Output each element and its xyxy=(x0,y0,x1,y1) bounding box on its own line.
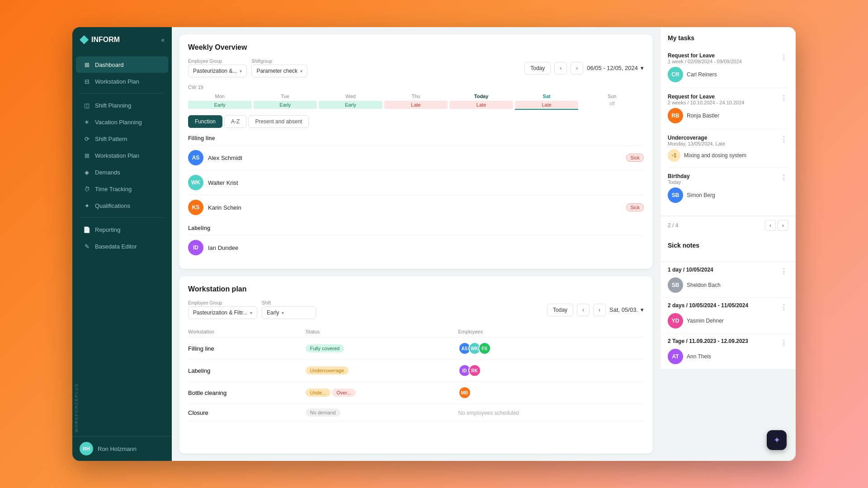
nav-divider-2 xyxy=(80,217,165,218)
day-badge: Late xyxy=(449,101,513,109)
sidebar-item-label: Demands xyxy=(95,169,120,176)
sidebar-item-label: Reporting xyxy=(95,226,120,233)
sidebar-nav: ⊞ Dashboard ⊟ Workstation Plan ◫ Shift P… xyxy=(72,52,172,380)
sick-note-duration: 1 day / 10/05/2024 xyxy=(668,267,713,273)
app-container: INFORM « ⊞ Dashboard ⊟ Workstation Plan … xyxy=(72,27,796,461)
next-page-button[interactable]: › xyxy=(778,220,788,231)
workstation-name: Labeling xyxy=(188,360,306,382)
sidebar-item-workstation-plan-top[interactable]: ⊟ Workstation Plan xyxy=(76,73,168,89)
wp-date-range: Sat, 05/03. ▾ xyxy=(609,306,644,313)
task-title: Request for Leave xyxy=(668,94,744,100)
day-badge: Early xyxy=(188,101,252,109)
logo-label: INFORM xyxy=(91,36,120,44)
tab-az[interactable]: A-Z xyxy=(224,115,246,128)
sidebar-item-time-tracking[interactable]: ⏱ Time Tracking xyxy=(76,181,168,197)
employee-name: Karin Schein xyxy=(208,204,622,211)
sidebar-logo: INFORM « xyxy=(72,27,172,52)
employee-group-select[interactable]: Pasteurization &... ▾ xyxy=(188,65,247,77)
right-panel-wrapper: My tasks Request for Leave 1 week / 02/0… xyxy=(660,27,796,461)
home-icon: ⊞ xyxy=(83,61,90,68)
collapse-button[interactable]: « xyxy=(161,36,165,43)
sidebar-item-vacation-planning[interactable]: ☀ Vacation Planning xyxy=(76,114,168,130)
chevron-down-icon: ▾ xyxy=(250,310,252,315)
user-profile[interactable]: RH Ron Holzmann xyxy=(80,442,165,455)
chevron-down-icon: ▾ xyxy=(282,310,284,315)
more-options-button[interactable]: ⋮ xyxy=(779,52,788,61)
wp-prev-button[interactable]: ‹ xyxy=(577,304,590,316)
sidebar-item-dashboard[interactable]: ⊞ Dashboard xyxy=(76,56,168,73)
more-options-button[interactable]: ⋮ xyxy=(779,267,788,276)
avatar: SB xyxy=(668,277,683,293)
status-pills-row: Unde... Over... xyxy=(306,389,458,397)
person-name: Sheldon Bach xyxy=(687,282,721,288)
weekly-overview-filters: Employee Group Pasteurization &... ▾ Shi… xyxy=(188,59,644,77)
sidebar-item-shift-pattern[interactable]: ⟳ Shift Pattern xyxy=(76,131,168,147)
user-avatar: RH xyxy=(80,442,93,455)
avatar: RK xyxy=(468,364,481,377)
wp-employee-group-filter: Employee Group Pasteurization & Filtr...… xyxy=(188,300,257,319)
avatar: AS xyxy=(188,150,203,165)
person-name: Simon Berg xyxy=(687,192,715,198)
chevron-down-icon: ▾ xyxy=(641,306,644,313)
prev-week-button[interactable]: ‹ xyxy=(554,62,567,75)
status-badge: Over... xyxy=(332,389,355,397)
person-name: Mixing and dosing system xyxy=(684,152,746,159)
today-button[interactable]: Today xyxy=(524,62,551,75)
col-workstation: Workstation xyxy=(188,326,306,338)
sidebar-item-workstation-plan[interactable]: ⊞ Workstation Plan xyxy=(76,147,168,164)
wp-next-button[interactable]: › xyxy=(593,304,606,316)
more-options-button[interactable]: ⋮ xyxy=(779,173,788,182)
workstation-name: Closure xyxy=(188,404,306,422)
col-employees: Employees xyxy=(458,326,644,338)
next-week-button[interactable]: › xyxy=(571,62,583,75)
weekly-tabs: Function A-Z Present and absent xyxy=(188,115,644,128)
sidebar-item-label: Workstation Plan xyxy=(95,78,139,85)
cw-label: CW 19 xyxy=(188,84,644,90)
more-options-button[interactable]: ⋮ xyxy=(779,135,788,144)
day-sat: Sat Late xyxy=(515,94,579,110)
sidebar-user: RH Ron Holzmann xyxy=(72,436,172,461)
pagination-arrows: ‹ › xyxy=(765,220,788,231)
more-options-button[interactable]: ⋮ xyxy=(779,338,788,347)
employee-name: Alex Schmidt xyxy=(208,155,622,161)
weekly-overview-card: Weekly Overview Employee Group Pasteuriz… xyxy=(179,34,653,269)
employee-row: KS Karin Schein Sick xyxy=(188,195,644,220)
more-options-button[interactable]: ⋮ xyxy=(779,302,788,311)
employee-name: Walter Krist xyxy=(208,179,644,186)
avatar: SB xyxy=(668,188,683,203)
task-item: Undercoverage Monday, 13/05/2024, Late ⋮… xyxy=(668,129,788,168)
sidebar-item-basedata-editor[interactable]: ✎ Basedata Editor xyxy=(76,238,168,254)
day-thu: Thu Late xyxy=(384,94,448,110)
task-title: Request for Leave xyxy=(668,52,742,59)
shift-group-select[interactable]: Parameter check ▾ xyxy=(251,65,307,77)
repeat-icon: ⟳ xyxy=(83,135,90,142)
workstation-plan-card: Workstation plan Employee Group Pasteuri… xyxy=(179,276,653,454)
more-options-button[interactable]: ⋮ xyxy=(779,94,788,103)
sidebar-item-demands[interactable]: ◈ Demands xyxy=(76,164,168,180)
day-badge: Early xyxy=(254,101,317,109)
my-tasks-section: My tasks Request for Leave 1 week / 02/0… xyxy=(660,27,796,216)
wp-employee-group-select[interactable]: Pasteurization & Filtr... ▾ xyxy=(188,306,257,319)
task-date: 1 week / 02/09/2024 - 09/09/2024 xyxy=(668,59,742,64)
status-badge: Sick xyxy=(626,154,644,162)
task-date: Monday, 13/05/2024, Late xyxy=(668,141,725,146)
task-date: 2 weeks / 10.10.2024 - 24.10.2024 xyxy=(668,100,744,105)
sidebar-item-label: Shift Planning xyxy=(95,102,131,109)
status-badge: Undercoverage xyxy=(306,366,349,375)
sidebar-item-qualifications[interactable]: ✦ Qualifications xyxy=(76,197,168,214)
sidebar-item-label: Workstation Plan xyxy=(95,152,139,159)
prev-page-button[interactable]: ‹ xyxy=(765,220,776,231)
wp-today-button[interactable]: Today xyxy=(547,304,573,316)
sidebar-item-reporting[interactable]: 📄 Reporting xyxy=(76,221,168,238)
days-grid: Mon Early Tue Early Wed Early Thu Late xyxy=(188,94,644,110)
sidebar-item-shift-planning[interactable]: ◫ Shift Planning xyxy=(76,97,168,113)
person-name: Ronja Bastler xyxy=(687,113,719,119)
wp-shift-select[interactable]: Early ▾ xyxy=(262,306,316,319)
sick-notes-title: Sick notes xyxy=(668,242,788,249)
ai-fab-button[interactable]: ✦ xyxy=(767,430,787,450)
sick-note-item: 2 days / 10/05/2024 - 11/05/2024 ⋮ YD Ya… xyxy=(660,298,796,333)
tab-function[interactable]: Function xyxy=(188,115,222,128)
tab-present-absent[interactable]: Present and absent xyxy=(248,115,309,128)
weekly-date-nav: Today ‹ › 06/05 - 12/05, 2024 ▾ xyxy=(524,62,644,75)
sick-note-item: 1 day / 10/05/2024 ⋮ SB Sheldon Bach xyxy=(660,262,796,298)
